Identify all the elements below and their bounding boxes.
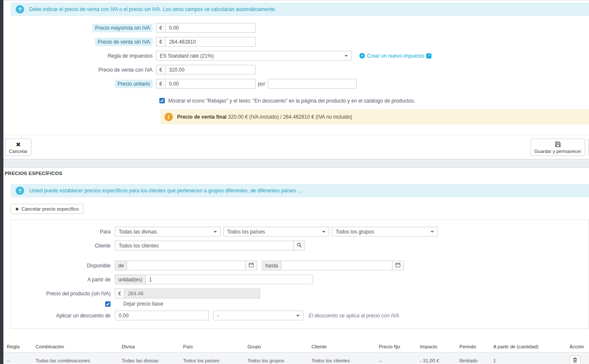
cell-impact: - 31,00 €: [417, 353, 456, 364]
starting-at-label: A partir de: [11, 277, 115, 283]
for-row: Para Todas las divisas Todos los países …: [11, 227, 589, 236]
create-new-tax-link[interactable]: + Crear un nuevo impuesto ↗: [359, 53, 431, 59]
discount-label: Aplicar un descuento de: [11, 313, 115, 319]
price-excl-tax-input[interactable]: [166, 37, 256, 47]
customer-search-button[interactable]: [294, 241, 305, 250]
sidebar-edge-strip: [0, 0, 3, 364]
specific-prices-info-text: Usted puede establecer precios específic…: [29, 188, 302, 194]
save-and-stay-button[interactable]: Guardar y permanecer: [531, 139, 585, 156]
specific-prices-title: PRECIOS ESPECÍFICOS: [3, 171, 589, 176]
on-sale-checkbox[interactable]: [159, 98, 165, 103]
column-header-combination: Combinación: [32, 342, 118, 353]
discount-input[interactable]: [115, 311, 209, 320]
calendar-icon: [395, 262, 400, 269]
cancel-specific-price-button[interactable]: ✖ Cancelar precio específico: [11, 204, 83, 214]
final-price-bold: Precio de venta final: [177, 114, 227, 120]
search-icon: [297, 242, 302, 249]
sp-group-select[interactable]: Todos los grupos: [332, 227, 438, 236]
leave-base-price-label: Dejar precio base: [115, 301, 163, 307]
specific-price-form: Para Todas las divisas Todos los países …: [11, 220, 589, 329]
table-header-row: Regla Combinación Divisa País Grupo Clie…: [3, 342, 589, 353]
product-price-input: [125, 289, 260, 298]
unit-price-group: €: [156, 79, 256, 89]
warning-icon: !: [164, 113, 173, 121]
currency-addon: €: [156, 65, 166, 75]
plus-icon: +: [359, 53, 365, 58]
price-excl-tax-group: €: [156, 37, 256, 47]
wholesale-price-group: €: [156, 23, 256, 33]
price-excl-tax-label: Precio de venta sin IVA: [95, 38, 153, 46]
date-from-picker-button[interactable]: [246, 261, 257, 270]
delete-specific-price-button[interactable]: [570, 356, 581, 364]
tax-rule-row: Regla de impuestos ES Standard rate (21%…: [3, 51, 589, 61]
group-select-wrap: Todos los grupos: [332, 227, 438, 236]
help-icon: ?: [16, 186, 24, 195]
date-to-picker-button[interactable]: [392, 261, 404, 270]
leave-base-price-checkbox[interactable]: [105, 301, 111, 307]
available-row: Disponible de hasta: [11, 261, 589, 270]
page: ? Debe indicar el precio de venta con IV…: [3, 0, 589, 364]
cell-group: Todos los grupos: [244, 353, 308, 364]
tax-rule-select[interactable]: ES Standard rate (21%): [156, 51, 352, 61]
unit-price-row: Precio unitario € por: [3, 79, 589, 89]
sp-currency-select[interactable]: Todas las divisas: [115, 227, 221, 236]
tax-rule-select-wrap: ES Standard rate (21%): [156, 51, 352, 61]
customer-label: Cliente: [11, 243, 115, 249]
unit-price-input[interactable]: [166, 79, 256, 89]
customer-search-input[interactable]: [115, 241, 294, 250]
column-header-customer: Cliente: [308, 342, 375, 353]
starting-at-input[interactable]: [146, 275, 313, 284]
starting-at-row: A partir de unidad(es): [11, 275, 589, 284]
cell-from-quantity: 1: [490, 353, 566, 364]
save-and-stay-label: Guardar y permanecer: [534, 149, 581, 154]
column-header-rule: Regla: [3, 342, 32, 353]
column-header-fixed-price: Precio fijo: [375, 342, 417, 353]
price-incl-tax-input[interactable]: [166, 65, 256, 75]
cell-customer: Todos los clientes: [308, 353, 375, 364]
check-icon: [160, 99, 164, 103]
column-header-currency: Divisa: [118, 342, 180, 353]
cancel-button-label: Cancelar: [9, 149, 28, 154]
wholesale-price-label: Precio mayorista sin IVA: [92, 24, 153, 32]
discount-note: El descuento se aplica al precio con IVA: [308, 313, 399, 319]
date-to-group: hasta: [262, 261, 403, 270]
product-price-group: €: [115, 289, 260, 298]
product-price-label: Precio del producto (sin IVA): [11, 291, 115, 297]
toolbar: ✖ Cancelar Guardar y permanecer Guardar: [3, 135, 589, 159]
starting-at-group: unidad(es): [115, 275, 313, 284]
panel-gap: [3, 159, 589, 168]
column-header-period: Periodo: [456, 342, 490, 353]
cell-period: Ilimitado: [456, 353, 490, 364]
customer-group: [115, 241, 305, 250]
cancel-button[interactable]: ✖ Cancelar: [5, 139, 31, 156]
price-incl-tax-label: Precio de venta con IVA: [3, 67, 156, 73]
unit-price-label: Precio unitario: [115, 80, 153, 88]
sp-country-select[interactable]: Todos los países: [223, 227, 329, 236]
final-price-alert: ! Precio de venta final 320.00 € (IVA in…: [160, 109, 589, 125]
wholesale-price-row: Precio mayorista sin IVA €: [3, 23, 589, 33]
table-row: -- Todas las combinaciones Todas las div…: [3, 353, 589, 364]
pricing-panel: ? Debe indicar el precio de venta con IV…: [3, 0, 589, 159]
final-price-values: 320.00 € (IVA incluido) / 264.462810 € (…: [228, 114, 352, 120]
price-incl-tax-row: Precio de venta con IVA €: [3, 65, 589, 75]
wholesale-price-input[interactable]: [166, 23, 256, 33]
for-label: Para: [11, 229, 115, 235]
calendar-icon: [249, 262, 254, 269]
currency-addon: €: [156, 79, 166, 89]
unit-price-per-label: por: [258, 81, 265, 87]
currency-addon: €: [156, 37, 166, 47]
specific-prices-table: Regla Combinación Divisa País Grupo Clie…: [3, 342, 589, 364]
column-header-action: Acción: [566, 342, 589, 353]
cell-combination: Todas las combinaciones: [32, 353, 118, 364]
close-icon: ✖: [15, 207, 19, 211]
discount-row: Aplicar un descuento de - El descuento s…: [11, 311, 589, 320]
tax-rule-label: Regla de impuestos: [3, 53, 156, 59]
trash-icon: [572, 357, 578, 364]
unit-price-per-input[interactable]: [268, 79, 357, 89]
column-header-from-quantity: A partir de (cantidad): [490, 342, 566, 353]
country-select-wrap: Todos los países: [223, 227, 329, 236]
discount-type-select[interactable]: -: [213, 311, 303, 320]
check-icon: [106, 302, 110, 306]
date-to-input[interactable]: [281, 261, 392, 270]
date-from-input[interactable]: [127, 261, 246, 270]
